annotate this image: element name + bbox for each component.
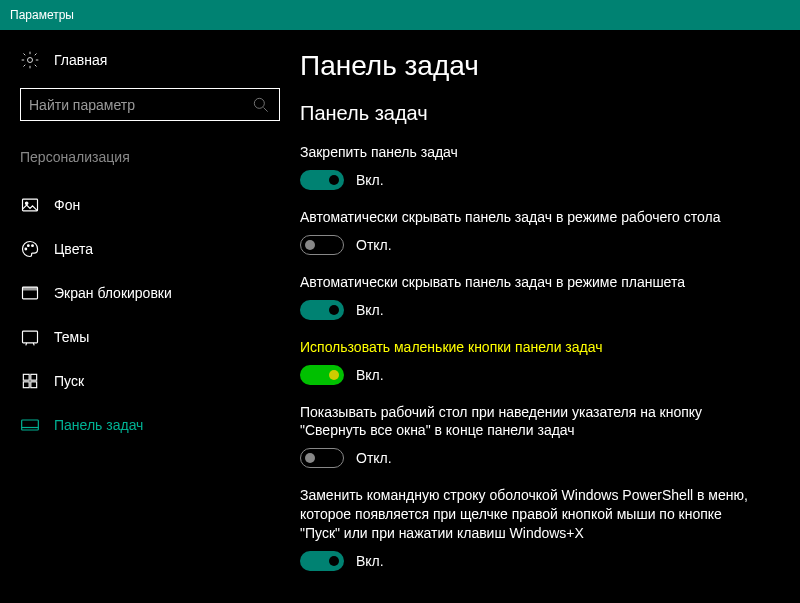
svg-point-0 <box>28 58 33 63</box>
toggle-knob <box>329 305 339 315</box>
setting-item: Закрепить панель задачВкл. <box>300 143 778 190</box>
toggle-knob <box>329 175 339 185</box>
taskbar-icon <box>20 415 40 435</box>
toggle-switch[interactable] <box>300 551 344 571</box>
sidebar-item-label: Пуск <box>54 373 84 389</box>
toggle-row: Вкл. <box>300 170 778 190</box>
image-icon <box>20 195 40 215</box>
sidebar-item-background[interactable]: Фон <box>20 183 300 227</box>
svg-point-6 <box>28 245 30 247</box>
section-title: Панель задач <box>300 102 778 125</box>
svg-rect-13 <box>23 382 29 388</box>
toggle-switch[interactable] <box>300 235 344 255</box>
start-icon <box>20 371 40 391</box>
setting-label: Использовать маленькие кнопки панели зад… <box>300 338 760 357</box>
main-panel: Панель задач Панель задач Закрепить пане… <box>300 30 800 603</box>
toggle-knob <box>305 240 315 250</box>
setting-label: Заменить командную строку оболочкой Wind… <box>300 486 760 543</box>
sidebar-item-label: Панель задач <box>54 417 143 433</box>
sidebar-item-taskbar[interactable]: Панель задач <box>20 403 300 447</box>
svg-rect-15 <box>22 420 39 430</box>
toggle-state-label: Откл. <box>356 237 392 253</box>
toggle-switch[interactable] <box>300 365 344 385</box>
toggle-state-label: Вкл. <box>356 553 384 569</box>
gear-icon <box>20 50 40 70</box>
sidebar-item-start[interactable]: Пуск <box>20 359 300 403</box>
sidebar-item-label: Экран блокировки <box>54 285 172 301</box>
home-label: Главная <box>54 52 107 68</box>
toggle-state-label: Вкл. <box>356 302 384 318</box>
setting-item: Заменить командную строку оболочкой Wind… <box>300 486 778 571</box>
toggle-state-label: Откл. <box>356 450 392 466</box>
themes-icon <box>20 327 40 347</box>
toggle-switch[interactable] <box>300 448 344 468</box>
sidebar-item-colors[interactable]: Цвета <box>20 227 300 271</box>
search-icon <box>251 95 271 115</box>
sidebar-item-themes[interactable]: Темы <box>20 315 300 359</box>
setting-label: Показывать рабочий стол при наведении ук… <box>300 403 760 441</box>
setting-item: Показывать рабочий стол при наведении ук… <box>300 403 778 469</box>
setting-item: Автоматически скрывать панель задач в ре… <box>300 273 778 320</box>
setting-item: Использовать маленькие кнопки панели зад… <box>300 338 778 385</box>
svg-rect-10 <box>23 331 38 343</box>
svg-rect-14 <box>31 382 37 388</box>
search-input[interactable] <box>29 97 251 113</box>
setting-label: Автоматически скрывать панель задач в ре… <box>300 208 760 227</box>
sidebar-item-lockscreen[interactable]: Экран блокировки <box>20 271 300 315</box>
toggle-knob <box>329 370 339 380</box>
page-title: Панель задач <box>300 50 778 82</box>
toggle-state-label: Вкл. <box>356 172 384 188</box>
toggle-switch[interactable] <box>300 170 344 190</box>
toggle-row: Вкл. <box>300 551 778 571</box>
svg-line-2 <box>264 107 268 111</box>
titlebar: Параметры <box>0 0 800 30</box>
home-button[interactable]: Главная <box>20 50 300 70</box>
window-title: Параметры <box>10 8 74 22</box>
svg-point-7 <box>32 245 34 247</box>
svg-rect-9 <box>23 287 38 290</box>
setting-label: Автоматически скрывать панель задач в ре… <box>300 273 760 292</box>
toggle-knob <box>329 556 339 566</box>
toggle-row: Откл. <box>300 235 778 255</box>
sidebar: Главная Персонализация Фон Цвета Э <box>0 30 300 603</box>
svg-rect-11 <box>23 374 29 380</box>
toggle-knob <box>305 453 315 463</box>
toggle-switch[interactable] <box>300 300 344 320</box>
svg-point-5 <box>25 248 27 250</box>
lockscreen-icon <box>20 283 40 303</box>
sidebar-item-label: Цвета <box>54 241 93 257</box>
toggle-state-label: Вкл. <box>356 367 384 383</box>
search-box[interactable] <box>20 88 280 121</box>
toggle-row: Откл. <box>300 448 778 468</box>
palette-icon <box>20 239 40 259</box>
content: Главная Персонализация Фон Цвета Э <box>0 30 800 603</box>
setting-label: Закрепить панель задач <box>300 143 760 162</box>
svg-point-1 <box>254 98 264 108</box>
toggle-row: Вкл. <box>300 365 778 385</box>
sidebar-item-label: Темы <box>54 329 89 345</box>
setting-item: Автоматически скрывать панель задач в ре… <box>300 208 778 255</box>
toggle-row: Вкл. <box>300 300 778 320</box>
settings-list: Закрепить панель задачВкл.Автоматически … <box>300 143 778 571</box>
sidebar-item-label: Фон <box>54 197 80 213</box>
svg-rect-12 <box>31 374 37 380</box>
category-label: Персонализация <box>20 149 300 165</box>
